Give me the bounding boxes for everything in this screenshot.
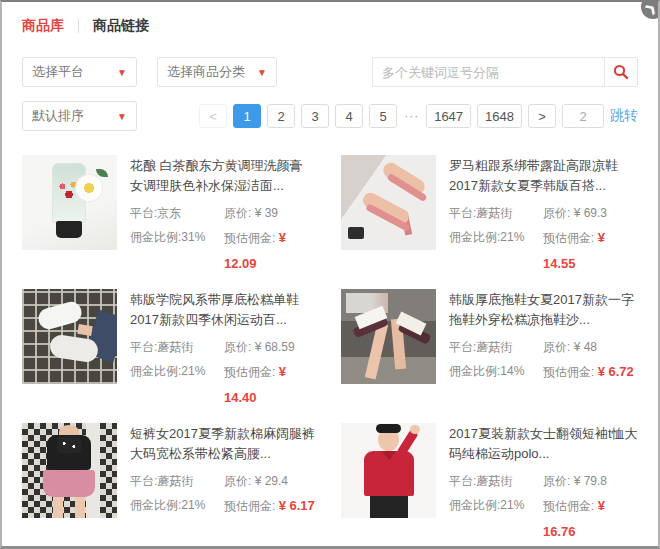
price-value: ¥ 39: [255, 206, 278, 220]
tab-product-link[interactable]: 商品链接: [93, 17, 149, 35]
platform-select-value: 选择平台: [32, 63, 84, 81]
product-title: 韩版厚底拖鞋女夏2017新款一字拖鞋外穿松糕凉拖鞋沙...: [449, 290, 638, 329]
platform-label: 平台:: [130, 474, 157, 488]
product-title: 韩版学院风系带厚底松糕单鞋2017新款四季休闲运动百...: [130, 290, 319, 329]
product-card[interactable]: 花酿 白茶酿东方黄调理洗颜膏 女调理肤色补水保湿洁面... 平台:京东 原价: …: [22, 155, 319, 277]
commission-label: 佣金比例:: [449, 230, 500, 244]
pagination-page-4[interactable]: 4: [335, 104, 363, 128]
sort-select[interactable]: 默认排序 ▼: [22, 101, 137, 131]
category-select-value: 选择商品分类: [167, 63, 245, 81]
product-image-platform-slippers: [341, 289, 436, 384]
sort-select-value: 默认排序: [32, 107, 84, 125]
commission-label: 佣金比例:: [130, 364, 181, 378]
corner-expand-icon[interactable]: ❯: [641, 0, 660, 19]
product-image-face-cleanser: [22, 155, 117, 250]
pagination-prev-button[interactable]: <: [199, 104, 227, 128]
platform-label: 平台:: [130, 340, 157, 354]
chevron-down-icon: ▼: [117, 67, 127, 78]
estimate-label: 预估佣金:: [224, 231, 279, 245]
price-label: 原价:: [224, 206, 255, 220]
product-image-pink-shorts: [22, 423, 117, 518]
commission-label: 佣金比例:: [449, 364, 500, 378]
search-group: [372, 57, 638, 87]
commission-value: 21%: [181, 364, 205, 378]
price-value: ¥ 48: [574, 340, 597, 354]
pagination-page-1648[interactable]: 1648: [477, 104, 522, 128]
estimate-label: 预估佣金:: [543, 365, 598, 379]
estimate-label: 预估佣金:: [543, 499, 598, 513]
commission-label: 佣金比例:: [130, 230, 181, 244]
platform-label: 平台:: [449, 474, 476, 488]
commission-value: 14%: [500, 364, 524, 378]
page-jump-input[interactable]: [562, 104, 604, 128]
commission-label: 佣金比例:: [130, 498, 181, 512]
tab-bar: 商品库 商品链接: [22, 2, 638, 35]
search-button[interactable]: [605, 57, 638, 87]
price-value: ¥ 29.4: [255, 474, 288, 488]
platform-value: 蘑菇街: [476, 206, 512, 220]
price-label: 原价:: [224, 474, 255, 488]
estimate-label: 预估佣金:: [543, 231, 598, 245]
product-title: 2017夏装新款女士翻领短袖t恤大码纯棉运动polo...: [449, 424, 638, 463]
commission-value: 31%: [181, 230, 205, 244]
platform-value: 蘑菇街: [476, 340, 512, 354]
product-image-white-shoes: [22, 289, 117, 384]
search-icon: [613, 64, 629, 80]
product-image-red-polo: [341, 423, 436, 518]
tab-divider: [78, 19, 79, 33]
pagination-next-button[interactable]: >: [528, 104, 556, 128]
filter-row: 选择平台 ▼ 选择商品分类 ▼: [22, 57, 638, 87]
pagination-ellipsis: ···: [403, 109, 420, 123]
product-picker-dialog: ❯ 商品库 商品链接 选择平台 ▼ 选择商品分类 ▼ 默认排序: [0, 0, 660, 549]
platform-value: 京东: [157, 206, 181, 220]
chevron-down-icon: ▼: [117, 111, 127, 122]
price-label: 原价:: [224, 340, 255, 354]
pagination: < 1 2 3 4 5 ··· 1647 1648 > 跳转: [199, 104, 638, 128]
product-image-pink-sandals: [341, 155, 436, 250]
price-value: ¥ 69.3: [574, 206, 607, 220]
pagination-page-1[interactable]: 1: [233, 104, 261, 128]
commission-value: 21%: [181, 498, 205, 512]
platform-value: 蘑菇街: [157, 340, 193, 354]
product-card[interactable]: 2017夏装新款女士翻领短袖t恤大码纯棉运动polo... 平台:蘑菇街 原价:…: [341, 423, 638, 545]
platform-label: 平台:: [449, 206, 476, 220]
chevron-down-icon: ▼: [257, 67, 267, 78]
product-card[interactable]: 韩版厚底拖鞋女夏2017新款一字拖鞋外穿松糕凉拖鞋沙... 平台:蘑菇街 原价:…: [341, 289, 638, 411]
pagination-page-3[interactable]: 3: [301, 104, 329, 128]
estimate-label: 预估佣金:: [224, 499, 279, 513]
commission-value: 21%: [500, 498, 524, 512]
platform-label: 平台:: [449, 340, 476, 354]
platform-value: 蘑菇街: [476, 474, 512, 488]
estimate-label: 预估佣金:: [224, 365, 279, 379]
product-title: 罗马粗跟系绑带露趾高跟凉鞋2017新款女夏季韩版百搭...: [449, 156, 638, 195]
price-label: 原价:: [543, 340, 574, 354]
page-jump-link[interactable]: 跳转: [610, 107, 638, 125]
pagination-page-5[interactable]: 5: [369, 104, 397, 128]
platform-select[interactable]: 选择平台 ▼: [22, 57, 137, 87]
product-title: 短裤女2017夏季新款棉麻阔腿裤大码宽松系带松紧高腰...: [130, 424, 319, 463]
product-card[interactable]: 短裤女2017夏季新款棉麻阔腿裤大码宽松系带松紧高腰... 平台:蘑菇街 原价:…: [22, 423, 319, 545]
sort-row: 默认排序 ▼ < 1 2 3 4 5 ··· 1647 1648 > 跳转: [22, 101, 638, 131]
price-label: 原价:: [543, 474, 574, 488]
search-input[interactable]: [372, 57, 605, 87]
product-grid: 花酿 白茶酿东方黄调理洗颜膏 女调理肤色补水保湿洁面... 平台:京东 原价: …: [22, 155, 638, 545]
estimate-value: ¥ 6.72: [598, 364, 634, 379]
price-value: ¥ 79.8: [574, 474, 607, 488]
category-select[interactable]: 选择商品分类 ▼: [157, 57, 277, 87]
price-label: 原价:: [543, 206, 574, 220]
price-value: ¥ 68.59: [255, 340, 295, 354]
platform-value: 蘑菇街: [157, 474, 193, 488]
product-card[interactable]: 韩版学院风系带厚底松糕单鞋2017新款四季休闲运动百... 平台:蘑菇街 原价:…: [22, 289, 319, 411]
pagination-page-2[interactable]: 2: [267, 104, 295, 128]
pagination-page-1647[interactable]: 1647: [426, 104, 471, 128]
platform-label: 平台:: [130, 206, 157, 220]
commission-value: 21%: [500, 230, 524, 244]
tab-product-library[interactable]: 商品库: [22, 17, 64, 35]
commission-label: 佣金比例:: [449, 498, 500, 512]
product-title: 花酿 白茶酿东方黄调理洗颜膏 女调理肤色补水保湿洁面...: [130, 156, 319, 195]
estimate-value: ¥ 6.17: [279, 498, 315, 513]
product-card[interactable]: 罗马粗跟系绑带露趾高跟凉鞋2017新款女夏季韩版百搭... 平台:蘑菇街 原价:…: [341, 155, 638, 277]
